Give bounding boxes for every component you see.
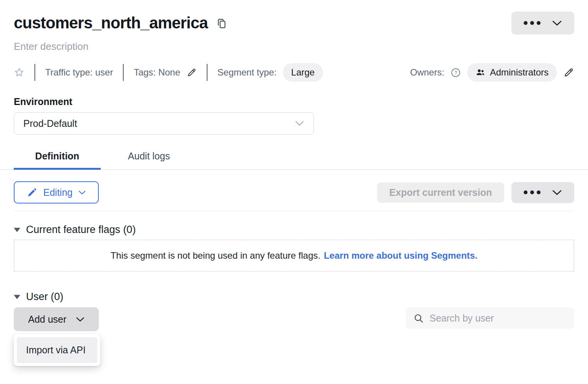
chevron-down-icon: [78, 190, 86, 195]
chevron-down-icon: [552, 20, 562, 26]
chevron-down-icon: [552, 190, 562, 195]
star-icon[interactable]: [14, 67, 24, 78]
user-search-box: [406, 307, 574, 329]
description-placeholder[interactable]: Enter description: [14, 41, 88, 53]
user-controls-row: Add user Import via API: [14, 307, 574, 331]
empty-state-text: This segment is not being used in any fe…: [111, 250, 320, 261]
environment-label: Environment: [14, 96, 574, 107]
add-user-button[interactable]: Add user: [14, 307, 99, 331]
learn-more-link[interactable]: Learn more about using Segments.: [324, 250, 477, 261]
owners-group: Owners: ? Administrators: [410, 63, 574, 82]
chevron-down-icon: [76, 317, 85, 322]
editing-mode-button[interactable]: Editing: [14, 181, 99, 203]
toolbar-more-button[interactable]: [511, 182, 574, 203]
triangle-down-icon: [14, 228, 20, 232]
add-user-dropdown-menu: Import via API: [14, 334, 100, 366]
meta-row: Traffic type: user Tags: None Segment ty…: [14, 62, 574, 82]
title-wrap: customers_north_america: [14, 11, 227, 34]
segment-type-group: Segment type: Large: [217, 63, 323, 82]
people-icon: [475, 67, 485, 77]
traffic-type-label: Traffic type: user: [45, 67, 113, 78]
meta-divider: [207, 64, 207, 81]
owners-label: Owners:: [410, 67, 444, 78]
copy-icon[interactable]: [216, 18, 227, 30]
tab-definition[interactable]: Definition: [14, 146, 101, 169]
header: customers_north_america: [14, 11, 574, 34]
triangle-down-icon: [14, 295, 20, 299]
page-title: customers_north_america: [14, 11, 208, 34]
svg-text:?: ?: [454, 70, 457, 75]
feature-flags-section-header[interactable]: Current feature flags (0): [14, 224, 136, 236]
user-section-header[interactable]: User (0): [14, 291, 64, 303]
feature-flags-empty-state: This segment is not being used in any fe…: [14, 240, 574, 272]
edit-owners-pencil-icon[interactable]: [563, 67, 574, 78]
owners-value: Administrators: [490, 67, 549, 78]
definition-toolbar: Editing Export current version: [14, 181, 574, 203]
tab-bar: Definition Audit logs: [0, 146, 588, 170]
meta-divider: [34, 64, 35, 81]
environment-selected-value: Prod-Default: [23, 118, 77, 129]
export-current-version-button[interactable]: Export current version: [377, 182, 504, 203]
user-heading: User (0): [26, 291, 64, 303]
header-more-button[interactable]: [511, 11, 574, 34]
pencil-icon: [27, 187, 37, 198]
tags-label: Tags: None: [134, 67, 180, 78]
tab-audit-logs[interactable]: Audit logs: [101, 146, 197, 169]
edit-tags-pencil-icon[interactable]: [186, 67, 197, 78]
ellipsis-icon: [524, 21, 541, 25]
user-search-input[interactable]: [429, 312, 567, 324]
feature-flags-heading: Current feature flags (0): [26, 224, 136, 236]
toolbar-right: Export current version: [377, 182, 574, 203]
add-user-label: Add user: [28, 314, 66, 325]
segment-detail-page: customers_north_america Enter descriptio…: [0, 0, 588, 331]
owners-badge: Administrators: [467, 63, 557, 82]
section-divider: [14, 211, 574, 211]
tags-group: Tags: None: [134, 67, 196, 78]
segment-type-label: Segment type:: [217, 67, 277, 78]
meta-divider: [123, 64, 124, 81]
editing-label: Editing: [43, 187, 72, 198]
chevron-down-icon: [295, 121, 304, 126]
segment-type-badge: Large: [283, 63, 323, 82]
search-icon: [413, 313, 424, 323]
menu-item-import-via-api[interactable]: Import via API: [17, 337, 97, 363]
ellipsis-icon: [524, 190, 541, 194]
environment-select[interactable]: Prod-Default: [14, 112, 314, 135]
question-circle-icon[interactable]: ?: [451, 67, 461, 78]
